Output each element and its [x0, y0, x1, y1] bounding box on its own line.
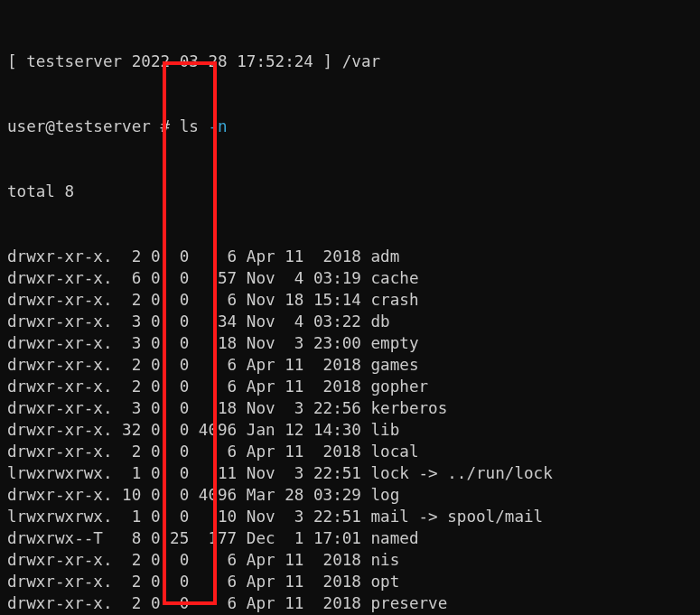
ls-row: drwxr-xr-x. 2 0 0 6 Apr 11 2018 opt — [7, 571, 693, 592]
ls-row: drwxr-xr-x. 2 0 0 6 Apr 11 2018 adm — [7, 246, 693, 267]
ls-row: drwxrwx--T 8 0 25 177 Dec 1 17:01 named — [7, 527, 693, 549]
prompt-line[interactable]: user@testserver # ls -n — [7, 116, 693, 137]
ls-row: drwxr-xr-x. 10 0 0 4096 Mar 28 03:29 log — [7, 484, 693, 506]
ls-row: drwxr-xr-x. 6 0 0 57 Nov 4 03:19 cache — [7, 267, 693, 289]
ls-row: drwxr-xr-x. 2 0 0 6 Apr 11 2018 gopher — [7, 376, 693, 397]
command-text: ls — [180, 117, 209, 135]
context-line: [ testserver 2022-03-28 17:52:24 ] /var — [7, 51, 693, 72]
ls-row: drwxr-xr-x. 3 0 0 34 Nov 4 03:22 db — [7, 311, 693, 332]
ls-row: drwxr-xr-x. 32 0 0 4096 Jan 12 14:30 lib — [7, 419, 693, 441]
ls-row: drwxr-xr-x. 3 0 0 18 Nov 3 22:56 kerbero… — [7, 397, 693, 419]
ls-row: lrwxrwxrwx. 1 0 0 10 Nov 3 22:51 mail ->… — [7, 506, 693, 527]
ls-row: drwxr-xr-x. 2 0 0 6 Nov 18 15:14 crash — [7, 289, 693, 311]
ls-listing: drwxr-xr-x. 2 0 0 6 Apr 11 2018 admdrwxr… — [7, 246, 693, 615]
ls-row: drwxr-xr-x. 2 0 0 6 Apr 11 2018 nis — [7, 549, 693, 571]
ls-row: lrwxrwxrwx. 1 0 0 11 Nov 3 22:51 lock ->… — [7, 462, 693, 484]
command-flag: -n — [208, 117, 227, 135]
total-line: total 8 — [7, 181, 693, 202]
ls-row: drwxr-xr-x. 2 0 0 6 Apr 11 2018 games — [7, 354, 693, 376]
ls-row: drwxr-xr-x. 3 0 0 18 Nov 3 23:00 empty — [7, 332, 693, 354]
host-context: [ testserver 2022-03-28 17:52:24 ] /var — [7, 52, 380, 70]
prompt-prefix: user@testserver # — [7, 117, 180, 135]
ls-row: drwxr-xr-x. 2 0 0 6 Apr 11 2018 preserve — [7, 592, 693, 614]
ls-row: drwxr-xr-x. 2 0 0 6 Apr 11 2018 local — [7, 441, 693, 462]
terminal-output: [ testserver 2022-03-28 17:52:24 ] /var … — [0, 0, 700, 615]
